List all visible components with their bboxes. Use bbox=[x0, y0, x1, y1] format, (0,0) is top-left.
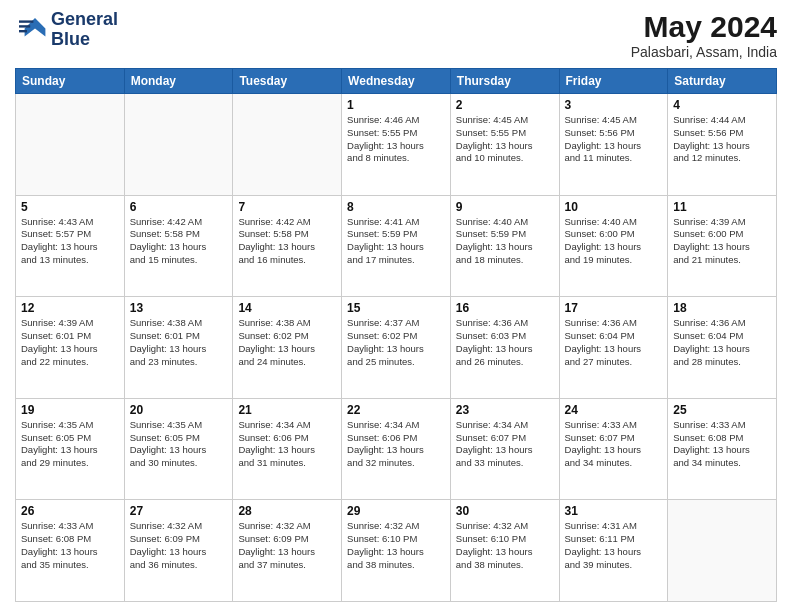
svg-rect-2 bbox=[19, 20, 33, 22]
day-info: Sunrise: 4:37 AM Sunset: 6:02 PM Dayligh… bbox=[347, 317, 445, 368]
logo-line1: General bbox=[51, 10, 118, 30]
day-cell: 3Sunrise: 4:45 AM Sunset: 5:56 PM Daylig… bbox=[559, 94, 668, 196]
location: Palasbari, Assam, India bbox=[631, 44, 777, 60]
day-number: 18 bbox=[673, 301, 771, 315]
logo-icon bbox=[15, 14, 47, 46]
day-info: Sunrise: 4:36 AM Sunset: 6:03 PM Dayligh… bbox=[456, 317, 554, 368]
day-number: 14 bbox=[238, 301, 336, 315]
day-cell: 9Sunrise: 4:40 AM Sunset: 5:59 PM Daylig… bbox=[450, 195, 559, 297]
day-cell: 20Sunrise: 4:35 AM Sunset: 6:05 PM Dayli… bbox=[124, 398, 233, 500]
day-cell: 28Sunrise: 4:32 AM Sunset: 6:09 PM Dayli… bbox=[233, 500, 342, 602]
day-info: Sunrise: 4:34 AM Sunset: 6:06 PM Dayligh… bbox=[238, 419, 336, 470]
day-number: 10 bbox=[565, 200, 663, 214]
header: General Blue May 2024 Palasbari, Assam, … bbox=[15, 10, 777, 60]
day-info: Sunrise: 4:35 AM Sunset: 6:05 PM Dayligh… bbox=[130, 419, 228, 470]
day-info: Sunrise: 4:36 AM Sunset: 6:04 PM Dayligh… bbox=[673, 317, 771, 368]
day-cell: 10Sunrise: 4:40 AM Sunset: 6:00 PM Dayli… bbox=[559, 195, 668, 297]
day-cell bbox=[233, 94, 342, 196]
day-number: 28 bbox=[238, 504, 336, 518]
day-cell: 22Sunrise: 4:34 AM Sunset: 6:06 PM Dayli… bbox=[342, 398, 451, 500]
day-cell bbox=[16, 94, 125, 196]
day-cell: 14Sunrise: 4:38 AM Sunset: 6:02 PM Dayli… bbox=[233, 297, 342, 399]
day-info: Sunrise: 4:34 AM Sunset: 6:06 PM Dayligh… bbox=[347, 419, 445, 470]
day-cell: 2Sunrise: 4:45 AM Sunset: 5:55 PM Daylig… bbox=[450, 94, 559, 196]
day-cell: 18Sunrise: 4:36 AM Sunset: 6:04 PM Dayli… bbox=[668, 297, 777, 399]
day-cell: 27Sunrise: 4:32 AM Sunset: 6:09 PM Dayli… bbox=[124, 500, 233, 602]
day-number: 31 bbox=[565, 504, 663, 518]
day-cell: 15Sunrise: 4:37 AM Sunset: 6:02 PM Dayli… bbox=[342, 297, 451, 399]
day-number: 16 bbox=[456, 301, 554, 315]
day-number: 9 bbox=[456, 200, 554, 214]
day-number: 20 bbox=[130, 403, 228, 417]
day-cell: 31Sunrise: 4:31 AM Sunset: 6:11 PM Dayli… bbox=[559, 500, 668, 602]
month-title: May 2024 bbox=[631, 10, 777, 44]
calendar-week-4: 19Sunrise: 4:35 AM Sunset: 6:05 PM Dayli… bbox=[16, 398, 777, 500]
day-cell: 16Sunrise: 4:36 AM Sunset: 6:03 PM Dayli… bbox=[450, 297, 559, 399]
day-number: 24 bbox=[565, 403, 663, 417]
day-info: Sunrise: 4:33 AM Sunset: 6:08 PM Dayligh… bbox=[673, 419, 771, 470]
day-info: Sunrise: 4:33 AM Sunset: 6:07 PM Dayligh… bbox=[565, 419, 663, 470]
day-cell: 25Sunrise: 4:33 AM Sunset: 6:08 PM Dayli… bbox=[668, 398, 777, 500]
header-saturday: Saturday bbox=[668, 69, 777, 94]
header-friday: Friday bbox=[559, 69, 668, 94]
day-number: 13 bbox=[130, 301, 228, 315]
header-thursday: Thursday bbox=[450, 69, 559, 94]
logo: General Blue bbox=[15, 10, 118, 50]
day-cell: 26Sunrise: 4:33 AM Sunset: 6:08 PM Dayli… bbox=[16, 500, 125, 602]
day-info: Sunrise: 4:45 AM Sunset: 5:56 PM Dayligh… bbox=[565, 114, 663, 165]
day-cell: 30Sunrise: 4:32 AM Sunset: 6:10 PM Dayli… bbox=[450, 500, 559, 602]
day-number: 5 bbox=[21, 200, 119, 214]
day-info: Sunrise: 4:40 AM Sunset: 5:59 PM Dayligh… bbox=[456, 216, 554, 267]
day-cell: 29Sunrise: 4:32 AM Sunset: 6:10 PM Dayli… bbox=[342, 500, 451, 602]
day-cell bbox=[124, 94, 233, 196]
header-monday: Monday bbox=[124, 69, 233, 94]
header-sunday: Sunday bbox=[16, 69, 125, 94]
day-number: 26 bbox=[21, 504, 119, 518]
header-tuesday: Tuesday bbox=[233, 69, 342, 94]
logo-text: General Blue bbox=[51, 10, 118, 50]
title-area: May 2024 Palasbari, Assam, India bbox=[631, 10, 777, 60]
day-number: 7 bbox=[238, 200, 336, 214]
day-cell: 6Sunrise: 4:42 AM Sunset: 5:58 PM Daylig… bbox=[124, 195, 233, 297]
day-info: Sunrise: 4:35 AM Sunset: 6:05 PM Dayligh… bbox=[21, 419, 119, 470]
day-info: Sunrise: 4:32 AM Sunset: 6:10 PM Dayligh… bbox=[347, 520, 445, 571]
day-info: Sunrise: 4:40 AM Sunset: 6:00 PM Dayligh… bbox=[565, 216, 663, 267]
day-cell: 24Sunrise: 4:33 AM Sunset: 6:07 PM Dayli… bbox=[559, 398, 668, 500]
calendar-week-3: 12Sunrise: 4:39 AM Sunset: 6:01 PM Dayli… bbox=[16, 297, 777, 399]
header-row: Sunday Monday Tuesday Wednesday Thursday… bbox=[16, 69, 777, 94]
day-info: Sunrise: 4:42 AM Sunset: 5:58 PM Dayligh… bbox=[130, 216, 228, 267]
day-number: 8 bbox=[347, 200, 445, 214]
page: General Blue May 2024 Palasbari, Assam, … bbox=[0, 0, 792, 612]
day-info: Sunrise: 4:38 AM Sunset: 6:02 PM Dayligh… bbox=[238, 317, 336, 368]
day-info: Sunrise: 4:38 AM Sunset: 6:01 PM Dayligh… bbox=[130, 317, 228, 368]
day-number: 30 bbox=[456, 504, 554, 518]
logo-line2: Blue bbox=[51, 30, 118, 50]
calendar-week-1: 1Sunrise: 4:46 AM Sunset: 5:55 PM Daylig… bbox=[16, 94, 777, 196]
day-info: Sunrise: 4:39 AM Sunset: 6:00 PM Dayligh… bbox=[673, 216, 771, 267]
day-info: Sunrise: 4:41 AM Sunset: 5:59 PM Dayligh… bbox=[347, 216, 445, 267]
day-info: Sunrise: 4:42 AM Sunset: 5:58 PM Dayligh… bbox=[238, 216, 336, 267]
day-number: 6 bbox=[130, 200, 228, 214]
svg-rect-3 bbox=[19, 25, 30, 27]
day-number: 29 bbox=[347, 504, 445, 518]
day-info: Sunrise: 4:31 AM Sunset: 6:11 PM Dayligh… bbox=[565, 520, 663, 571]
day-number: 11 bbox=[673, 200, 771, 214]
day-number: 4 bbox=[673, 98, 771, 112]
day-cell: 11Sunrise: 4:39 AM Sunset: 6:00 PM Dayli… bbox=[668, 195, 777, 297]
day-info: Sunrise: 4:32 AM Sunset: 6:09 PM Dayligh… bbox=[130, 520, 228, 571]
day-info: Sunrise: 4:32 AM Sunset: 6:10 PM Dayligh… bbox=[456, 520, 554, 571]
day-number: 22 bbox=[347, 403, 445, 417]
calendar-header: Sunday Monday Tuesday Wednesday Thursday… bbox=[16, 69, 777, 94]
day-cell: 7Sunrise: 4:42 AM Sunset: 5:58 PM Daylig… bbox=[233, 195, 342, 297]
day-number: 2 bbox=[456, 98, 554, 112]
day-cell: 21Sunrise: 4:34 AM Sunset: 6:06 PM Dayli… bbox=[233, 398, 342, 500]
day-number: 12 bbox=[21, 301, 119, 315]
day-number: 17 bbox=[565, 301, 663, 315]
day-info: Sunrise: 4:32 AM Sunset: 6:09 PM Dayligh… bbox=[238, 520, 336, 571]
day-info: Sunrise: 4:46 AM Sunset: 5:55 PM Dayligh… bbox=[347, 114, 445, 165]
day-info: Sunrise: 4:44 AM Sunset: 5:56 PM Dayligh… bbox=[673, 114, 771, 165]
day-info: Sunrise: 4:43 AM Sunset: 5:57 PM Dayligh… bbox=[21, 216, 119, 267]
day-info: Sunrise: 4:39 AM Sunset: 6:01 PM Dayligh… bbox=[21, 317, 119, 368]
day-info: Sunrise: 4:45 AM Sunset: 5:55 PM Dayligh… bbox=[456, 114, 554, 165]
day-cell bbox=[668, 500, 777, 602]
